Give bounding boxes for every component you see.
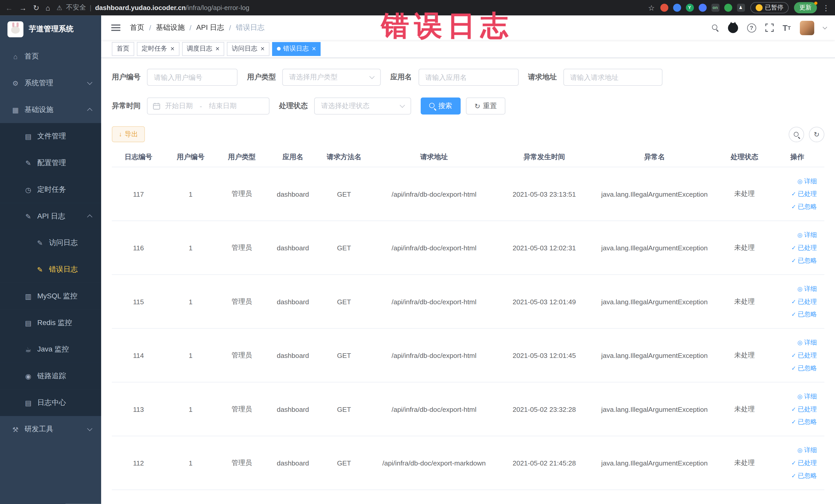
- time-range-input[interactable]: 开始日期 - 结束日期: [147, 98, 269, 115]
- sidebar-item-access-log[interactable]: ✎访问日志: [0, 229, 101, 256]
- action-processed[interactable]: ✓已处理: [791, 351, 817, 360]
- ignored-icon: ✓: [791, 311, 796, 317]
- action-detail[interactable]: ◎详细: [797, 392, 817, 401]
- action-detail[interactable]: ◎详细: [797, 177, 817, 186]
- sidebar-item-dev-tools[interactable]: ⚒研发工具: [0, 416, 101, 443]
- action-processed[interactable]: ✓已处理: [791, 405, 817, 414]
- breadcrumb-item[interactable]: API 日志: [196, 23, 224, 32]
- extension-icon-3[interactable]: Y: [686, 4, 694, 12]
- breadcrumb-item[interactable]: 首页: [130, 23, 144, 32]
- action-processed[interactable]: ✓已处理: [791, 243, 817, 252]
- sidebar-item-java[interactable]: ☕Java 监控: [0, 336, 101, 363]
- search-button[interactable]: 搜索: [421, 98, 461, 115]
- sidebar-item-file[interactable]: ▤文件管理: [0, 123, 101, 150]
- export-button[interactable]: ↓ 导出: [112, 126, 145, 142]
- avatar[interactable]: [800, 21, 814, 35]
- ignored-icon: ✓: [791, 365, 796, 371]
- extension-icon-1[interactable]: [660, 4, 668, 12]
- paused-badge[interactable]: 已暂停: [750, 2, 789, 13]
- tab-home[interactable]: 首页: [112, 42, 134, 56]
- sidebar-menu: ⌂首页⚙系统管理▦基础设施▤文件管理✎配置管理◷定时任务✎API 日志✎访问日志…: [0, 43, 101, 443]
- action-processed[interactable]: ✓已处理: [791, 189, 817, 199]
- tab-job-log[interactable]: 调度日志×: [182, 42, 224, 56]
- screen: ← → ↻ ⌂ ⚠ 不安全 | dashboard.yudao.iocoder.…: [0, 0, 835, 504]
- java-icon: ☕: [23, 345, 33, 353]
- cell-exception: java.lang.IllegalArgumentException: [590, 298, 719, 305]
- breadcrumb-item[interactable]: 错误日志: [236, 23, 265, 32]
- browser-menu-icon[interactable]: ⋮: [822, 4, 830, 12]
- action-detail[interactable]: ◎详细: [797, 284, 817, 293]
- sidebar-item-system[interactable]: ⚙系统管理: [0, 70, 101, 97]
- action-label: 已处理: [798, 405, 817, 414]
- reset-button[interactable]: ↻ 重置: [466, 98, 505, 115]
- action-ignored[interactable]: ✓已忽略: [791, 310, 817, 319]
- sidebar-item-job[interactable]: ◷定时任务: [0, 176, 101, 203]
- extension-icon-6[interactable]: [724, 4, 732, 12]
- close-icon[interactable]: ×: [261, 45, 265, 52]
- warning-icon: ⚠: [57, 4, 62, 12]
- search-icon[interactable]: [712, 24, 719, 31]
- update-button[interactable]: 更新: [794, 2, 817, 13]
- font-size-icon[interactable]: TT: [782, 23, 791, 32]
- github-icon[interactable]: [728, 23, 738, 33]
- sidebar-item-api-log[interactable]: ✎API 日志: [0, 203, 101, 229]
- mysql-icon: ▥: [23, 292, 33, 300]
- sidebar-item-home[interactable]: ⌂首页: [0, 43, 101, 70]
- sidebar-item-error-log[interactable]: ✎错误日志: [0, 256, 101, 283]
- forward-icon[interactable]: →: [19, 4, 27, 12]
- sidebar-item-infra[interactable]: ▦基础设施: [0, 97, 101, 123]
- bookmark-star-icon[interactable]: ☆: [648, 4, 655, 12]
- address-bar[interactable]: ⚠ 不安全 | dashboard.yudao.iocoder.cn/infra…: [57, 3, 641, 12]
- close-icon[interactable]: ×: [170, 45, 175, 52]
- cell-user-id: 1: [165, 351, 216, 359]
- action-processed[interactable]: ✓已处理: [791, 297, 817, 306]
- extension-icon-7[interactable]: ♟: [737, 4, 745, 12]
- user-id-input[interactable]: [147, 69, 238, 86]
- sidebar-item-log-center[interactable]: ▤日志中心: [0, 389, 101, 416]
- extension-icon-4[interactable]: [698, 4, 707, 12]
- help-icon[interactable]: ?: [747, 23, 756, 32]
- tab-access-log[interactable]: 访问日志×: [227, 42, 269, 56]
- breadcrumb-item[interactable]: 基础设施: [156, 23, 185, 32]
- sidebar-item-mysql[interactable]: ▥MySQL 监控: [0, 283, 101, 310]
- chevron-down-icon[interactable]: [823, 25, 827, 29]
- browser-home-icon[interactable]: ⌂: [46, 4, 50, 12]
- action-ignored[interactable]: ✓已忽略: [791, 471, 817, 480]
- back-icon[interactable]: ←: [5, 4, 13, 12]
- action-ignored[interactable]: ✓已忽略: [791, 202, 817, 211]
- hamburger-icon[interactable]: [109, 23, 121, 32]
- fullscreen-icon[interactable]: [765, 23, 774, 32]
- user-type-select[interactable]: 请选择用户类型: [282, 69, 381, 86]
- action-detail[interactable]: ◎详细: [797, 445, 817, 455]
- action-detail[interactable]: ◎详细: [797, 338, 817, 347]
- close-icon[interactable]: ×: [312, 45, 316, 52]
- cell-user-id: 1: [165, 459, 216, 467]
- sidebar-item-redis[interactable]: ▤Redis 监控: [0, 309, 101, 336]
- close-icon[interactable]: ×: [216, 45, 220, 52]
- sidebar-item-config[interactable]: ✎配置管理: [0, 150, 101, 176]
- extension-icon-2[interactable]: [673, 4, 681, 12]
- app-name-input[interactable]: [419, 69, 518, 86]
- action-ignored[interactable]: ✓已忽略: [791, 364, 817, 372]
- sidebar-item-trace[interactable]: ◉链路追踪: [0, 363, 101, 389]
- reload-icon[interactable]: ↻: [33, 4, 39, 12]
- request-url-input[interactable]: [563, 69, 662, 86]
- extension-icon-5[interactable]: on: [711, 4, 719, 12]
- cell-user-type: 管理员: [216, 243, 267, 252]
- action-ignored[interactable]: ✓已忽略: [791, 256, 817, 265]
- toggle-search-button[interactable]: [789, 126, 804, 142]
- sidebar-item-label: 定时任务: [37, 185, 66, 194]
- table-row: 1131管理员dashboardGET/api/infra/db-doc/exp…: [112, 383, 824, 437]
- logo[interactable]: 芋道管理系统: [0, 15, 101, 43]
- action-ignored[interactable]: ✓已忽略: [791, 417, 817, 426]
- action-processed[interactable]: ✓已处理: [791, 458, 817, 467]
- refresh-table-button[interactable]: ↻: [809, 126, 824, 142]
- tab-error-log[interactable]: 错误日志×: [272, 42, 321, 56]
- breadcrumb: 首页/基础设施/API 日志/错误日志: [130, 23, 264, 32]
- status-select[interactable]: 请选择处理状态: [314, 98, 411, 115]
- time-label: 异常时间: [112, 101, 141, 110]
- action-detail[interactable]: ◎详细: [797, 230, 817, 239]
- start-date-placeholder: 开始日期: [165, 101, 193, 110]
- cell-user-id: 1: [165, 298, 216, 305]
- tab-job[interactable]: 定时任务×: [137, 42, 179, 56]
